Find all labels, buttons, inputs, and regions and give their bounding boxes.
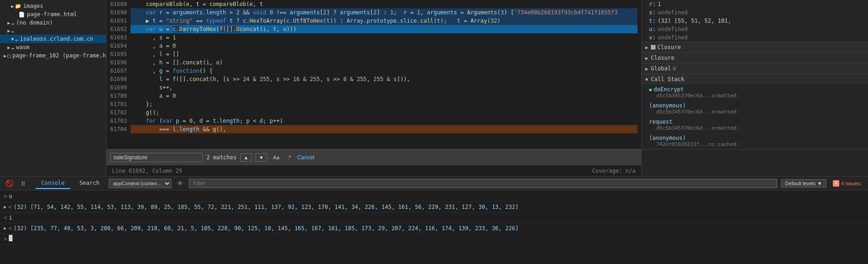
line-numbers: 61689 61690 61691 61692 61693 61694 6169…: [106, 0, 131, 149]
ln-61703: 61703: [110, 117, 127, 125]
tree-item-page-frame-102[interactable]: ▶ □ page-frame_102 (page-frame.htm: [0, 51, 106, 60]
code-line-61704: === l.length && g(),: [131, 125, 637, 133]
ln-61693: 61693: [110, 33, 127, 42]
call-stack-header[interactable]: ▼ Call Stack: [642, 74, 868, 84]
tab-console[interactable]: Console: [36, 178, 70, 189]
page-icon-102: □: [7, 53, 11, 59]
global-arrow: ▶: [645, 66, 648, 71]
default-levels-button[interactable]: Default levels ▼: [781, 179, 826, 188]
console-clear-button[interactable]: 🚫: [4, 179, 15, 188]
scope-u: u: undefined: [642, 25, 868, 33]
call-stack-loc-2: d5c5b345370ec6d...ormatted:: [649, 125, 861, 131]
ln-61697: 61697: [110, 67, 127, 75]
call-stack-label: Call Stack: [651, 76, 684, 82]
call-stack-fn-1: (anonymous): [649, 102, 861, 109]
console-text-arr2: (32) [235, 77, 49, 53, 3, 200, 66, 209, …: [13, 224, 518, 233]
call-stack-item-3[interactable]: (anonymous) 742ef01020223f...nz.cached:: [642, 133, 868, 149]
cloud-icon-wasm: ☁: [11, 44, 14, 50]
scope-v: v: undefined: [642, 33, 868, 42]
search-case-sensitive-toggle[interactable]: Aa: [271, 153, 281, 162]
ln-61696: 61696: [110, 58, 127, 67]
file-icon: 📄: [19, 12, 25, 18]
tree-arrow-isaleoss: ▼: [11, 37, 14, 42]
tree-item-wasm[interactable]: ▶ ☁ wasm: [0, 43, 106, 51]
call-stack-fn-0: ● doEncrypt: [649, 86, 861, 93]
code-line-61692: var u = c.DarrayToHex(f([].Dconcat(i, t,…: [131, 25, 637, 33]
debug-bullet-0: ●: [649, 87, 652, 92]
search-prev-button[interactable]: ▲: [240, 153, 252, 162]
code-area[interactable]: 61689 61690 61691 61692 61693 61694 6169…: [106, 0, 641, 149]
issues-icon: 4: [833, 180, 839, 187]
call-stack-item-2[interactable]: request d5c5b345370ec6d...ormatted:: [642, 117, 868, 133]
cloud-icon-isaleoss: ☁: [15, 36, 18, 42]
scope-val-s: undefined: [657, 9, 687, 16]
tree-item-no-domain[interactable]: ▶ ☁ (no domain): [0, 19, 106, 27]
search-input[interactable]: [110, 153, 203, 162]
code-panel: 61689 61690 61691 61692 61693 61694 6169…: [106, 0, 641, 176]
code-line-61696: , h = [].concat(i, o): [131, 58, 637, 67]
tree-item-page-frame-html[interactable]: 📄 page-frame.html: [0, 10, 106, 19]
tree-label-images: images: [23, 3, 43, 9]
issues-button[interactable]: 4 4 Issues:: [830, 179, 864, 188]
tree-item-isaleoss[interactable]: ▼ ☁ isaleoss.crland.com.cn: [0, 35, 106, 43]
code-line-61703: for (var p = 0, d = t.length; p < d; p++…: [131, 117, 637, 125]
folder-icon-images: 📁: [15, 3, 21, 9]
code-line-61699: s++,: [131, 83, 637, 92]
search-next-button[interactable]: ▼: [256, 153, 267, 162]
search-regex-toggle[interactable]: .*: [285, 153, 293, 162]
tree-item-cloud1[interactable]: ▶ ☁: [0, 27, 106, 35]
code-lines[interactable]: compareBlob(e, t = compareBlob(e, t var …: [131, 0, 641, 149]
closure-color-1: [651, 45, 656, 50]
console-prompt-i: <: [4, 214, 7, 222]
global-header[interactable]: ▶ Global W: [642, 63, 868, 74]
tree-arrow-cloud1: ▶: [7, 28, 10, 33]
context-select[interactable]: appContext (contex...: [109, 179, 171, 188]
console-pause-button[interactable]: ⏸: [18, 179, 28, 188]
status-bar: Line 61692, Column 25 Coverage: n/a: [106, 165, 641, 176]
code-line-61690: var r = arguments.length > 2 && void 0 !…: [131, 8, 637, 17]
ln-61704: 61704: [110, 125, 127, 133]
call-stack-item-0[interactable]: ● doEncrypt d5c5b345370ec6d...ormatted:: [642, 84, 868, 101]
closure-header-1[interactable]: ▶ Closure: [642, 42, 868, 52]
search-bar: 2 matches ▲ ▼ Aa .* Cancel: [106, 149, 641, 165]
console-cursor: [9, 235, 12, 241]
console-prompt-o: >: [4, 192, 7, 201]
scope-key-u: u:: [649, 26, 656, 32]
expand-arrow-1[interactable]: ▶: [4, 203, 6, 211]
code-line-61694: , a = 0: [131, 42, 637, 50]
expand-arrow-2[interactable]: ▶: [4, 224, 6, 233]
ln-61698: 61698: [110, 75, 127, 83]
scope-r: r: 1: [642, 0, 868, 8]
console-line-arr1: ▶ < (32) [71, 54, 142, 55, 114, 53, 113,…: [0, 202, 868, 213]
closure-header-2[interactable]: ▶ Closure: [642, 53, 868, 63]
code-line-61689: compareBlob(e, t = compareBlob(e, t: [131, 0, 637, 8]
scope-key-s: s:: [649, 9, 656, 16]
call-stack-item-1[interactable]: (anonymous) d5c5b345370ec6d...ormatted:: [642, 101, 868, 117]
tree-arrow-images: ▶: [11, 4, 14, 9]
cloud-icon-nodomain: ☁: [11, 20, 14, 26]
tree-label-isaleoss: isaleoss.crland.com.cn: [20, 36, 94, 42]
scope-val-v: undefined: [657, 34, 687, 41]
eye-button[interactable]: 👁: [175, 179, 185, 188]
global-label: Global: [651, 65, 671, 72]
console-output[interactable]: > o ▶ < (32) [71, 54, 142, 55, 114, 53, …: [0, 190, 868, 264]
tree-arrow-page-frame-102: ▶: [4, 53, 6, 58]
tree-item-images[interactable]: ▶ 📁 images: [0, 2, 106, 10]
filter-input[interactable]: [189, 179, 777, 188]
tree-label-no-domain: (no domain): [16, 19, 53, 26]
console-line-i: < i: [0, 213, 868, 223]
right-panel: r: 1 s: undefined t: (32) [55, 51, 52, 1…: [641, 0, 868, 176]
cursor-position: Line 61692, Column 25: [112, 168, 182, 174]
tab-search[interactable]: Search: [74, 178, 105, 189]
console-prompt-arr1: <: [8, 203, 12, 211]
scope-key-t: t:: [649, 18, 656, 24]
ln-61695: 61695: [110, 50, 127, 58]
console-line-cursor[interactable]: >: [0, 234, 868, 245]
search-cancel-button[interactable]: Cancel: [297, 154, 314, 161]
code-line-61700: a = 0: [131, 92, 637, 100]
tree-label-wasm: wasm: [16, 44, 30, 50]
tree-label-page-frame-102: page-frame_102 (page-frame.htm: [12, 52, 106, 59]
ln-61702: 61702: [110, 108, 127, 117]
coverage-info: Coverage: n/a: [592, 168, 636, 174]
code-line-61697: , g = function() {: [131, 67, 637, 75]
